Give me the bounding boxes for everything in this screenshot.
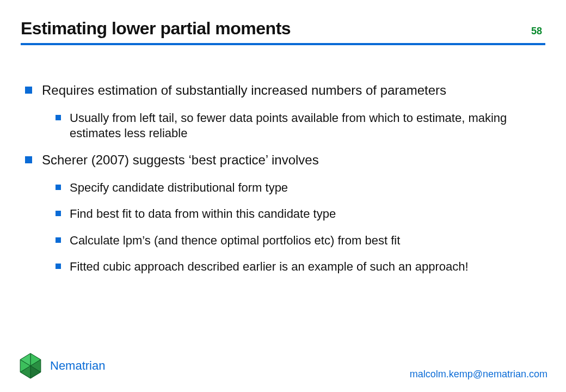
header: Estimating lower partial moments 58 [21, 19, 545, 39]
footer: Nematrian malcolm.kemp@nematrian.com [0, 352, 566, 380]
bullet-level1: Requires estimation of substantially inc… [24, 82, 540, 99]
slide-title: Estimating lower partial moments [21, 19, 291, 39]
bullet-level2: Specify candidate distributional form ty… [56, 180, 540, 195]
sub-bullets: Usually from left tail, so fewer data po… [56, 111, 540, 141]
bullet-text: Specify candidate distributional form ty… [70, 180, 540, 195]
page-number: 58 [531, 26, 542, 37]
bullet-text: Scherer (2007) suggests ‘best practice’ … [42, 152, 540, 168]
bullet-text: Find best fit to data from within this c… [70, 206, 540, 222]
bullet-level1: Scherer (2007) suggests ‘best practice’ … [24, 152, 540, 168]
bullet-text: Calculate lpm’s (and thence optimal port… [70, 233, 540, 248]
square-bullet-icon [56, 185, 61, 190]
square-bullet-icon [56, 237, 61, 243]
bullet-level2: Find best fit to data from within this c… [56, 206, 540, 222]
bullet-text: Fitted cubic approach described earlier … [70, 259, 540, 274]
bullet-level2: Usually from left tail, so fewer data po… [56, 111, 540, 141]
logo-icon [16, 352, 45, 380]
square-bullet-icon [56, 211, 61, 216]
slide: Estimating lower partial moments 58 Requ… [0, 0, 566, 392]
contact-email: malcolm.kemp@nematrian.com [410, 369, 547, 380]
sub-bullets: Specify candidate distributional form ty… [56, 180, 540, 274]
square-bullet-icon [25, 87, 32, 94]
title-underline [21, 43, 545, 45]
bullet-text: Requires estimation of substantially inc… [42, 82, 540, 99]
content-area: Requires estimation of substantially inc… [21, 82, 545, 274]
square-bullet-icon [56, 264, 61, 269]
square-bullet-icon [25, 156, 32, 163]
bullet-text: Usually from left tail, so fewer data po… [70, 111, 540, 141]
bullet-level2: Fitted cubic approach described earlier … [56, 259, 540, 274]
bullet-level2: Calculate lpm’s (and thence optimal port… [56, 233, 540, 248]
square-bullet-icon [56, 115, 61, 120]
brand: Nematrian [16, 352, 105, 380]
brand-name: Nematrian [50, 359, 105, 373]
